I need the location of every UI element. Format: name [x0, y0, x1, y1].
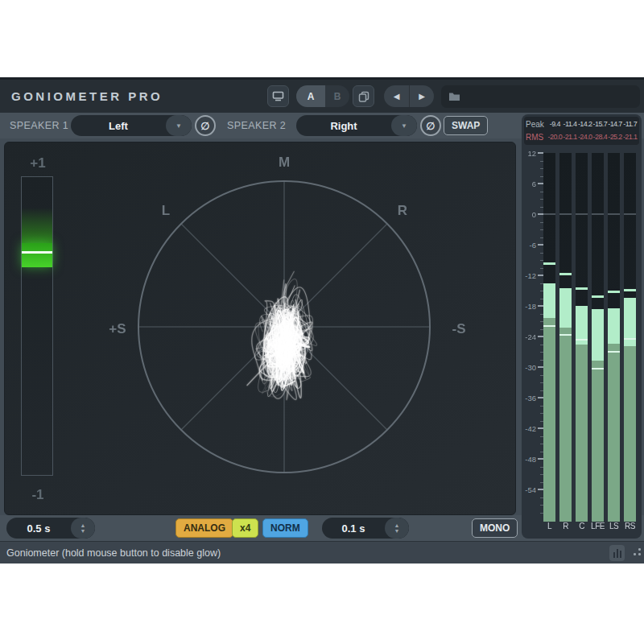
arrow-left-icon: ◀	[394, 92, 400, 101]
peak-value: -14.2	[577, 120, 592, 128]
seg-line	[624, 338, 636, 340]
axis-label-mid: M	[279, 155, 290, 171]
scale-tick-major	[538, 152, 543, 154]
rms-value: -20.0	[547, 133, 563, 141]
arrow-up-icon: ▲	[394, 522, 400, 528]
rms-value: -25.2	[608, 133, 623, 141]
correlation-line	[22, 251, 52, 254]
ab-compare-group: A B	[296, 85, 349, 107]
release-time-stepper[interactable]: 0.1 s ▲ ▼	[322, 518, 409, 539]
seg-mint	[592, 309, 604, 361]
rms-value: -21.1	[563, 133, 578, 141]
peak-values: -9.4-11.4-14.2-15.7-14.7-11.7	[547, 120, 638, 128]
title-bar: GONIOMETER PRO A B ◀ ▶	[0, 77, 644, 113]
oversampling-x4-button[interactable]: x4	[232, 518, 258, 538]
release-time-value: 0.1 s	[322, 522, 385, 535]
scale-tick-major	[538, 489, 543, 490]
arrow-down-icon: ▼	[80, 528, 86, 534]
next-preset-button[interactable]: ▶	[409, 85, 434, 107]
channel-label-LS: LS	[609, 522, 618, 533]
correlation-bottom-label: -1	[31, 487, 43, 503]
zero-line	[624, 213, 636, 215]
meter-readout: Peak -9.4-11.4-14.2-15.7-14.7-11.7 RMS -…	[524, 117, 639, 145]
peak-value: -14.7	[608, 120, 623, 128]
zero-line	[576, 213, 588, 215]
channel-label-L: L	[547, 522, 551, 533]
speaker1-phase-invert-button[interactable]: ∅	[195, 115, 216, 136]
seg-sage	[576, 345, 588, 522]
normalize-button[interactable]: NORM	[262, 518, 308, 538]
chevron-down-icon[interactable]: ▼	[391, 115, 417, 136]
scale-tick-major	[538, 397, 543, 398]
mono-button[interactable]: MONO	[472, 518, 518, 538]
analog-mode-button[interactable]: ANALOG	[175, 518, 233, 538]
folder-icon	[448, 92, 460, 101]
goniometer-trace[interactable]	[5, 142, 516, 515]
arrow-right-icon: ▶	[419, 92, 425, 101]
level-meter-panel: Peak -9.4-11.4-14.2-15.7-14.7-11.7 RMS -…	[522, 114, 642, 539]
time-length-stepper[interactable]: 0.5 s ▲ ▼	[6, 518, 95, 539]
peak-value: -11.4	[563, 120, 578, 128]
axis-label-right: R	[398, 203, 407, 219]
ab-button-a[interactable]: A	[296, 85, 325, 107]
meter-bar-L	[543, 153, 555, 522]
correlation-meter	[21, 176, 53, 476]
seg-hold	[608, 291, 620, 293]
seg-hold	[559, 273, 572, 275]
seg-mint	[559, 288, 572, 328]
speaker1-dropdown[interactable]: Left ▼	[71, 115, 192, 136]
ab-button-b[interactable]: B	[325, 85, 349, 107]
stepper-arrows[interactable]: ▲ ▼	[385, 518, 409, 539]
scale-tick-label: -12	[522, 271, 536, 280]
goniometer-display[interactable]: +1 -1 M L R +S -S	[4, 142, 516, 515]
preset-selector[interactable]	[441, 85, 640, 108]
scale-tick-label: 12	[522, 149, 536, 158]
zero-line	[592, 213, 604, 215]
seg-line	[576, 339, 588, 341]
scale-tick-major	[538, 458, 543, 460]
resize-grip[interactable]	[632, 548, 642, 558]
scale-tick-major	[538, 275, 543, 276]
seg-hold	[624, 289, 636, 291]
monitor-icon	[272, 91, 284, 101]
chevron-down-icon[interactable]: ▼	[166, 115, 192, 136]
rms-value: -24.0	[577, 133, 592, 141]
swap-button[interactable]: SWAP	[444, 116, 488, 135]
seg-mint	[608, 308, 620, 344]
stepper-arrows[interactable]: ▲ ▼	[71, 518, 95, 539]
scale-tick-label: 0	[522, 210, 536, 219]
meter-panel-toggle-button[interactable]	[609, 545, 625, 561]
seg-sage	[592, 361, 604, 522]
scale-tick-major	[538, 366, 543, 368]
rms-value: -28.4	[592, 133, 608, 141]
scale-tick-label: -36	[522, 394, 536, 402]
seg-mint	[543, 283, 555, 318]
display-mode-button[interactable]	[267, 85, 289, 107]
channel-label-RS: RS	[625, 522, 635, 533]
correlation-top-label: +1	[30, 155, 45, 171]
seg-line	[592, 368, 604, 369]
peak-value: -9.4	[547, 120, 563, 128]
scale-tick-label: -54	[522, 485, 536, 494]
scale-tick-label: -24	[522, 332, 536, 341]
speaker2-value: Right	[296, 120, 391, 132]
rms-label: RMS	[526, 133, 547, 142]
arrow-up-icon: ▲	[80, 522, 86, 528]
scale-tick-label: -6	[522, 241, 536, 250]
zero-line	[608, 213, 620, 215]
peak-value: -15.7	[592, 120, 608, 128]
bars-icon	[620, 551, 621, 558]
copy-preset-button[interactable]	[353, 85, 374, 107]
scale-tick-label: -30	[522, 363, 536, 372]
scale-tick-major	[538, 427, 543, 429]
peak-readout-row: Peak -9.4-11.4-14.2-15.7-14.7-11.7	[526, 118, 638, 130]
scale-tick-major	[538, 244, 543, 246]
speaker2-dropdown[interactable]: Right ▼	[296, 115, 417, 136]
seg-line	[608, 351, 620, 353]
axis-label-plus-s: +S	[109, 321, 126, 337]
previous-preset-button[interactable]: ◀	[384, 85, 409, 107]
speaker2-phase-invert-button[interactable]: ∅	[420, 115, 441, 136]
channel-label-LFE: LFE	[591, 522, 605, 533]
channel-label-R: R	[563, 522, 568, 533]
seg-sage	[559, 328, 572, 522]
